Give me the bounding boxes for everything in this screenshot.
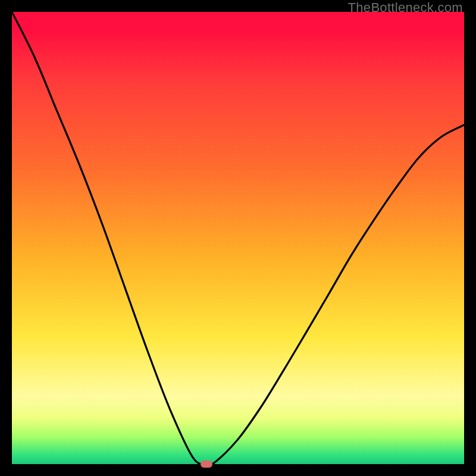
curve-svg xyxy=(12,12,464,464)
plot-area xyxy=(12,12,464,464)
bottleneck-curve-path xyxy=(12,12,464,464)
optimum-marker xyxy=(201,461,212,468)
chart-frame: TheBottleneck.com xyxy=(0,0,476,476)
